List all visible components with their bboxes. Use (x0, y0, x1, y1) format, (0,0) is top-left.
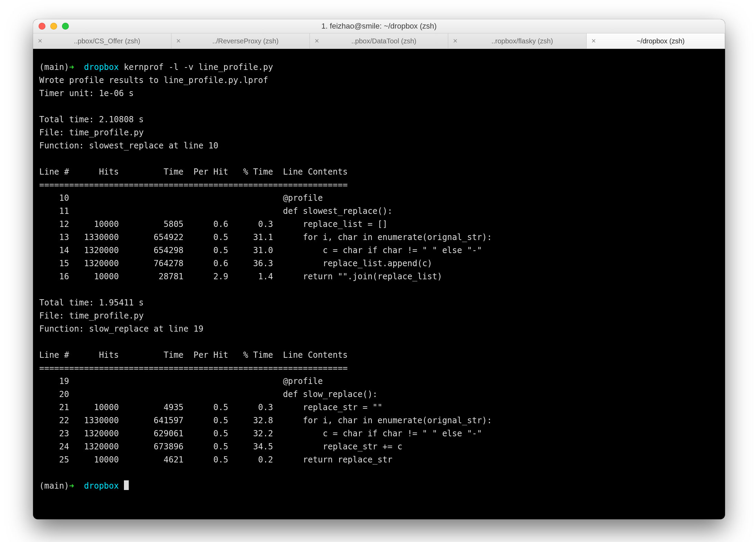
tab-label: ..pbox/CS_Offer (zsh) (48, 37, 166, 45)
cursor (124, 480, 129, 490)
tab-label: ~/dropbox (zsh) (601, 37, 720, 45)
close-icon[interactable] (39, 23, 45, 30)
tab-4[interactable]: ×~/dropbox (zsh) (587, 33, 725, 49)
tab-close-icon[interactable]: × (591, 37, 596, 45)
tab-label: ..pbox/DataTool (zsh) (325, 37, 443, 45)
tab-close-icon[interactable]: × (453, 37, 458, 45)
tab-2[interactable]: ×..pbox/DataTool (zsh) (310, 33, 448, 49)
zoom-icon[interactable] (62, 23, 69, 30)
window-controls (33, 23, 69, 30)
tab-close-icon[interactable]: × (38, 37, 42, 45)
terminal-window: 1. feizhao@smile: ~/dropbox (zsh) ×..pbo… (33, 19, 725, 519)
terminal-output[interactable]: (main)➜ dropbox kernprof -l -v line_prof… (33, 57, 725, 511)
tab-label: ../ReverseProxy (zsh) (186, 37, 305, 45)
tab-bar: ×..pbox/CS_Offer (zsh)×../ReverseProxy (… (33, 33, 725, 49)
tab-close-icon[interactable]: × (176, 37, 181, 45)
tab-close-icon[interactable]: × (315, 37, 319, 45)
tab-1[interactable]: ×../ReverseProxy (zsh) (171, 33, 310, 49)
window-title: 1. feizhao@smile: ~/dropbox (zsh) (33, 22, 725, 31)
tab-label: ..ropbox/flasky (zsh) (463, 37, 581, 45)
titlebar[interactable]: 1. feizhao@smile: ~/dropbox (zsh) (33, 19, 725, 33)
minimize-icon[interactable] (50, 23, 57, 30)
tab-3[interactable]: ×..ropbox/flasky (zsh) (448, 33, 587, 49)
tab-0[interactable]: ×..pbox/CS_Offer (zsh) (33, 33, 171, 49)
